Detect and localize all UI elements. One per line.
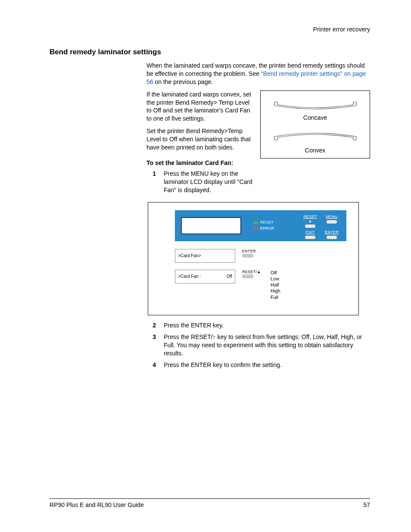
key-icon [242, 274, 253, 278]
step-text: Press the MENU key on the laminator LCD … [164, 170, 252, 194]
convex-label: Convex [268, 147, 363, 154]
up-arrow-icon: ▲ [308, 219, 312, 223]
lcd-text-1: >Card Fan> [178, 253, 201, 258]
step-number: 1 [146, 170, 164, 194]
concave-label: Concave [268, 114, 363, 121]
reset-button-label: RESET [303, 215, 317, 219]
option-off: Off [271, 270, 280, 276]
enter-button [326, 235, 337, 240]
reset-button [305, 224, 316, 228]
step-text: Press the ENTER key to confirm the setti… [164, 361, 370, 369]
running-header: Printer error recovery [50, 26, 370, 33]
lcd-diagram: READY ERROR RESET ▲ MENU [148, 202, 359, 315]
option-high: High [271, 288, 280, 294]
menu-button [326, 220, 337, 224]
exit-button-label: EXIT [302, 230, 319, 234]
page-footer: RP90 Plus E and RL90 User Guide 57 [50, 498, 370, 508]
lcd-readout-2: >Card Fan : Off [175, 270, 235, 283]
lcd-panel: READY ERROR RESET ▲ MENU [175, 210, 346, 241]
led-error-label: ERROR [260, 226, 274, 232]
paragraph-3: Set the printer Bend Remedy>Temp Level t… [146, 127, 252, 152]
menu-state-2: >Card Fan : Off RESET/▲ Off Low Half Hig… [175, 270, 346, 300]
enter-button-label: ENTER [323, 230, 340, 234]
card-warp-diagram: Concave Convex [260, 90, 370, 159]
key-hint-reset: RESET/▲ [242, 270, 265, 274]
paragraph-1: When the laminated card warps concave, t… [146, 62, 370, 86]
led-group: READY ERROR [253, 220, 274, 231]
footer-title: RP90 Plus E and RL90 User Guide [50, 501, 144, 508]
step-number: 2 [146, 321, 164, 330]
exit-button [305, 235, 316, 240]
lcd-readout-1: >Card Fan> [175, 249, 235, 263]
menu-button-label: MENU [323, 215, 340, 219]
option-low: Low [271, 276, 280, 282]
step-4: 4 Press the ENTER key to confirm the set… [146, 361, 370, 369]
menu-state-1: >Card Fan> ENTER [175, 249, 346, 263]
step-1: 1 Press the MENU key on the laminator LC… [146, 170, 252, 194]
paragraph-2: If the laminated card warps convex, set … [146, 90, 252, 123]
step-text: Press the ENTER key. [164, 321, 370, 330]
option-list: Off Low Half High Full [271, 270, 280, 300]
key-icon [242, 254, 253, 258]
lcd-screen [181, 217, 241, 234]
page-number: 57 [363, 501, 370, 508]
step-number: 3 [146, 333, 164, 358]
option-full: Full [271, 294, 280, 300]
led-ready-label: READY [260, 220, 274, 226]
option-half: Half [271, 282, 280, 288]
led-error-icon [253, 227, 258, 230]
step-text: Press the RESET/↑ key to select from fiv… [164, 333, 370, 358]
step-2: 2 Press the ENTER key. [146, 321, 370, 330]
key-hint-enter: ENTER [242, 249, 265, 253]
lcd-text-2-right: Off [227, 274, 232, 279]
lcd-text-2-left: >Card Fan : [178, 274, 201, 279]
procedure-heading: To set the laminator Card Fan: [146, 159, 252, 166]
section-heading: Bend remedy laminator settings [50, 48, 370, 56]
p1-text-b: on the previous page. [153, 78, 213, 85]
led-ready-icon [253, 221, 258, 224]
concave-icon [272, 99, 358, 112]
step-3: 3 Press the RESET/↑ key to select from f… [146, 333, 370, 358]
step-number: 4 [146, 361, 164, 369]
convex-icon [272, 131, 358, 144]
lcd-button-cluster: RESET ▲ MENU EXIT [302, 215, 340, 241]
